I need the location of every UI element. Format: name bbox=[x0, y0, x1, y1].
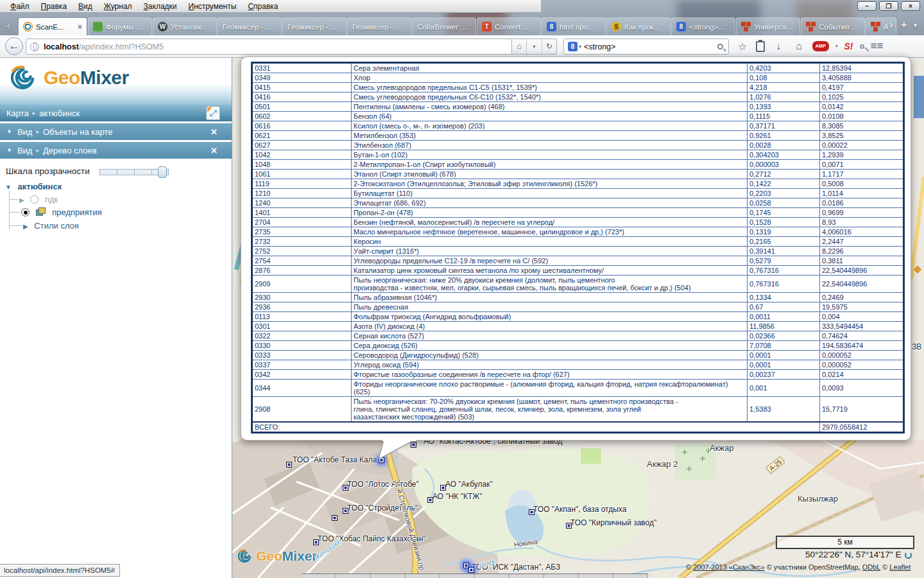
cell-substance: 2-Метилпропан-1-ол (Спирт изобутиловый) bbox=[352, 160, 748, 170]
attribution-link[interactable]: ODbL bbox=[862, 563, 880, 571]
scroll-tabs-left-button[interactable]: ‹ bbox=[1, 18, 15, 33]
bookmark-star-icon[interactable]: ☆ bbox=[735, 40, 749, 53]
search-input[interactable]: <strong> bbox=[584, 42, 717, 51]
cutoff-cell bbox=[302, 574, 336, 578]
radio-checked-icon[interactable] bbox=[21, 208, 30, 216]
cell-value2: 0,9699 bbox=[820, 208, 904, 218]
tab-7[interactable]: Convert ... bbox=[477, 17, 541, 35]
cell-code: 1210 bbox=[252, 189, 352, 198]
tab-9[interactable]: Как прок... bbox=[606, 17, 671, 35]
key-icon[interactable] bbox=[860, 44, 864, 49]
chevron-right-icon[interactable]: ▶ bbox=[23, 223, 28, 230]
menu-item-5[interactable]: Инструменты bbox=[184, 1, 242, 12]
map-label: ТОО "Лотос Актобе" bbox=[347, 480, 419, 489]
map-marker[interactable] bbox=[286, 462, 292, 468]
clipboard-icon[interactable] bbox=[756, 41, 765, 52]
search-bar[interactable]: 8 ▾ <strong> bbox=[563, 39, 729, 55]
map-marker[interactable] bbox=[343, 508, 348, 514]
menu-item-4[interactable]: Закладки bbox=[139, 1, 182, 12]
tab-8[interactable]: html про... bbox=[542, 17, 606, 35]
menu-item-6[interactable]: Справка bbox=[243, 1, 283, 12]
cell-substance: Ксилол (смесь о-, м-, п- изомеров) (203) bbox=[352, 121, 748, 131]
menu-item-0[interactable]: Файл bbox=[5, 1, 35, 12]
tab-11[interactable]: Универса... bbox=[736, 17, 800, 35]
back-button[interactable]: ← bbox=[5, 37, 23, 55]
panel-prefix[interactable]: Вид bbox=[17, 127, 33, 137]
panel-objects-header[interactable]: ▼ Вид ▸ Объекты на карте ✕ bbox=[0, 123, 232, 140]
status-bar-link-preview: localhost/api/index.html?HSOM5# bbox=[0, 564, 120, 577]
panel-title: Дерево слоев bbox=[43, 146, 97, 155]
map-marker[interactable] bbox=[566, 523, 572, 529]
list-all-tabs-button[interactable]: ▾ bbox=[914, 22, 917, 29]
attribution-link[interactable]: 2007-2013 «СканЭкс» bbox=[693, 563, 764, 571]
panel-prefix[interactable]: Вид bbox=[17, 146, 33, 155]
tab-1[interactable]: Форумы ... bbox=[88, 17, 152, 35]
coordinates-refresh-icon[interactable] bbox=[905, 552, 912, 559]
tab-12[interactable]: События ... bbox=[801, 17, 865, 35]
tab-close-icon[interactable]: × bbox=[78, 22, 82, 31]
tab-active[interactable]: ScanE...× bbox=[18, 17, 87, 35]
scroll-tabs-right-button[interactable]: › bbox=[889, 19, 893, 31]
restore-button[interactable]: ❐ bbox=[879, 1, 898, 11]
attribution-link[interactable]: Leaflet bbox=[889, 563, 911, 571]
map-marker[interactable] bbox=[529, 509, 535, 515]
adblock-caret-icon[interactable]: ▾ bbox=[835, 44, 838, 49]
url-dropdown-icon[interactable]: ▾ bbox=[527, 39, 542, 54]
tab-2[interactable]: Установк... bbox=[153, 17, 217, 35]
map-scale-bar: 5 км bbox=[776, 536, 914, 549]
cell-code: 1048 bbox=[252, 160, 352, 170]
cell-code: 0333 bbox=[252, 351, 352, 360]
search-icon[interactable] bbox=[717, 44, 723, 49]
tab-3[interactable]: Геомиксер - ... bbox=[218, 17, 282, 35]
map-marker[interactable] bbox=[427, 497, 433, 503]
home-icon[interactable]: ⌂ bbox=[792, 40, 806, 52]
search-engine-caret-icon[interactable]: ▾ bbox=[579, 44, 581, 49]
tree-node-root[interactable]: ▼ актюбинск bbox=[5, 182, 62, 191]
close-icon[interactable]: ✕ bbox=[210, 146, 218, 155]
menu-item-2[interactable]: Вид bbox=[73, 1, 98, 12]
tree-styles-label[interactable]: Стили слоя bbox=[34, 221, 79, 231]
chevron-down-icon[interactable]: ▼ bbox=[5, 184, 12, 191]
chevron-down-icon[interactable]: ▼ bbox=[6, 128, 12, 135]
breadcrumb-root[interactable]: Карта bbox=[6, 109, 29, 118]
map-breadcrumb-bar[interactable]: Карта ▸ актюбинск ⤢ bbox=[0, 105, 232, 121]
tree-enterprises-label[interactable]: предприятия bbox=[52, 207, 102, 217]
menu-hamburger-icon[interactable]: ≡≡ bbox=[871, 40, 884, 53]
close-icon[interactable]: ✕ bbox=[210, 127, 218, 137]
s-exclaim-icon[interactable]: S! bbox=[844, 41, 853, 51]
map-marker-selected[interactable] bbox=[468, 567, 474, 573]
new-tab-button[interactable]: + bbox=[901, 19, 907, 31]
map-marker[interactable] bbox=[440, 485, 446, 491]
tab-5[interactable]: Геомиксер - ... bbox=[347, 17, 411, 35]
tree-node-layer-styles[interactable]: ▶ Стили слоя bbox=[23, 221, 79, 231]
cell-code: 2704 bbox=[252, 218, 352, 227]
tree-node-pdk[interactable]: ▶ пдк bbox=[19, 195, 58, 204]
tab-4[interactable]: Геомиксер - ... bbox=[282, 17, 346, 35]
adblock-icon[interactable]: ABP bbox=[812, 41, 829, 51]
menu-item-1[interactable]: Правка bbox=[36, 1, 73, 12]
tab-6[interactable]: ColorBrewer: ... bbox=[412, 17, 476, 35]
map-marker[interactable] bbox=[343, 485, 348, 491]
chevron-right-icon[interactable]: ▶ bbox=[19, 197, 24, 204]
opacity-slider-handle[interactable] bbox=[158, 166, 167, 178]
chevron-down-icon[interactable]: ▼ bbox=[6, 147, 12, 153]
search-engine-icon[interactable]: 8 bbox=[568, 42, 578, 51]
panel-layers-tree-header[interactable]: ▼ Вид ▸ Дерево слоев ✕ bbox=[0, 142, 232, 159]
reload-icon[interactable]: ↻ bbox=[542, 39, 556, 54]
url-bar[interactable]: localhost/api/index.html?HSOM5 bbox=[26, 39, 512, 55]
tree-pdk-label[interactable]: пдк bbox=[45, 195, 58, 204]
downloads-icon[interactable]: ↓ bbox=[771, 40, 785, 52]
map-marker[interactable] bbox=[313, 539, 319, 545]
radio-unchecked-icon[interactable] bbox=[30, 195, 38, 204]
map-marker[interactable] bbox=[332, 515, 338, 521]
table-row: 0621Метилбензол (353)0,92613,8525 bbox=[252, 131, 904, 141]
home-small-icon[interactable]: ⌂ bbox=[512, 39, 527, 54]
tree-node-enterprises[interactable]: предприятия bbox=[21, 207, 102, 217]
menu-item-3[interactable]: Журнал bbox=[99, 1, 137, 12]
expand-panel-icon[interactable]: ⤢ bbox=[206, 106, 220, 120]
minimize-button[interactable]: – bbox=[857, 1, 877, 11]
cell-code: 0416 bbox=[252, 92, 352, 102]
tree-root-label[interactable]: актюбинск bbox=[18, 182, 62, 191]
tab-10[interactable]: <strong>... bbox=[671, 17, 735, 35]
close-button[interactable]: × bbox=[901, 1, 920, 11]
